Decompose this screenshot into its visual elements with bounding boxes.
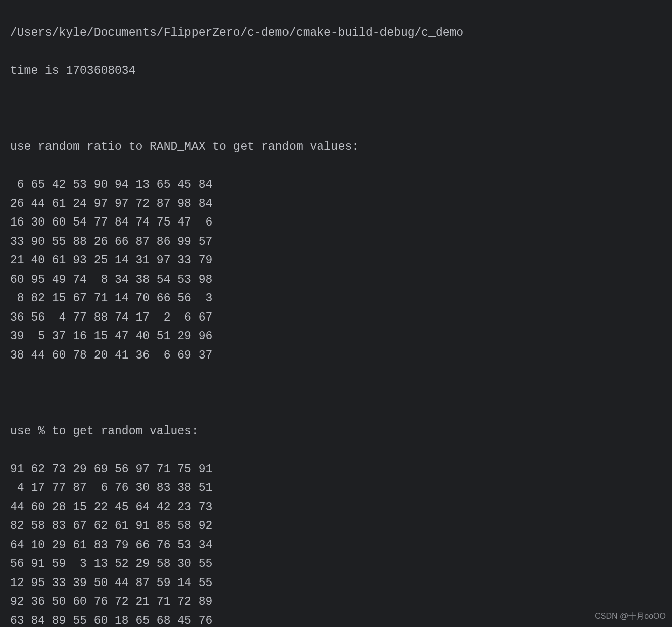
watermark: CSDN @十月ooOO [595,610,666,623]
terminal-output: /Users/kyle/Documents/FlipperZero/c-demo… [10,5,662,627]
section1-header: use random ratio to RAND_MAX to get rand… [10,138,662,156]
number-row: 16 30 60 54 77 84 74 75 47 6 [10,213,662,232]
number-row: 91 62 73 29 69 56 97 71 75 91 [10,460,662,479]
section2-header: use % to get random values: [10,422,662,441]
number-row: 56 91 59 3 13 52 29 58 30 55 [10,555,662,573]
blank-line [10,100,662,118]
number-row: 38 44 60 78 20 41 36 6 69 37 [10,346,662,365]
executable-path: /Users/kyle/Documents/FlipperZero/c-demo… [10,24,662,42]
section1-grid: 6 65 42 53 90 94 13 65 45 8426 44 61 24 … [10,175,662,365]
number-row: 6 65 42 53 90 94 13 65 45 84 [10,175,662,194]
section2-grid: 91 62 73 29 69 56 97 71 75 91 4 17 77 87… [10,460,662,627]
number-row: 36 56 4 77 88 74 17 2 6 67 [10,308,662,327]
number-row: 33 90 55 88 26 66 87 86 99 57 [10,233,662,251]
number-row: 92 36 50 60 76 72 21 71 72 89 [10,593,662,611]
number-row: 8 82 15 67 71 14 70 66 56 3 [10,289,662,308]
number-row: 39 5 37 16 15 47 40 51 29 96 [10,327,662,346]
number-row: 12 95 33 39 50 44 87 59 14 55 [10,574,662,593]
number-row: 21 40 61 93 25 14 31 97 33 79 [10,251,662,270]
number-row: 26 44 61 24 97 97 72 87 98 84 [10,195,662,213]
number-row: 60 95 49 74 8 34 38 54 53 98 [10,271,662,289]
number-row: 63 84 89 55 60 18 65 68 45 76 [10,612,662,628]
number-row: 82 58 83 67 62 61 91 85 58 92 [10,517,662,535]
time-line: time is 1703608034 [10,62,662,80]
number-row: 44 60 28 15 22 45 64 42 23 73 [10,498,662,517]
number-row: 64 10 29 61 83 79 66 76 53 34 [10,536,662,555]
number-row: 4 17 77 87 6 76 30 83 38 51 [10,479,662,498]
blank-line [10,384,662,403]
